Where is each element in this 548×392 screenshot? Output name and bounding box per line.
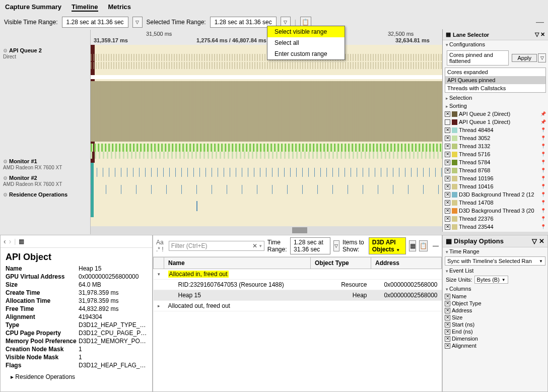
lane-item[interactable]: ✕Thread 10416📍 — [443, 182, 548, 190]
lane-item[interactable]: ✕Thread 10196📍 — [443, 174, 548, 182]
grid-icon: ▦ — [446, 237, 452, 245]
cfg-item[interactable]: Cores pinned and flattened — [447, 51, 508, 65]
section-columns[interactable]: Columns — [449, 286, 471, 292]
filter-mode[interactable]: Aa .* ! — [156, 239, 166, 253]
filter-input[interactable]: Filter (Ctrl+E)✕▾ — [169, 241, 264, 251]
detail-row: Size64.0 MB — [6, 281, 147, 289]
detail-expand-residence[interactable]: ▸ Residence Operations — [1, 372, 152, 381]
size-units-select[interactable]: Bytes (B) ▼ — [474, 276, 508, 284]
nav-back[interactable]: ‹ — [4, 237, 6, 245]
table-row[interactable]: ▸Allocated out, freed out — [154, 301, 442, 311]
column-toggle[interactable]: ✕Name — [443, 293, 547, 300]
detail-row: CPU Page PropertyD3D12_CPU_PAGE_PROP — [6, 329, 147, 337]
lane-list: ✕API Queue 2 (Direct)📌API Queue 1 (Direc… — [443, 110, 548, 232]
gear-icon[interactable]: ⚙ — [3, 159, 8, 164]
lane-item[interactable]: ✕Thread 23544📍 — [443, 223, 548, 231]
lane-item[interactable]: ✕D3D Background Thread 3 (20📍 — [443, 207, 548, 215]
column-toggle[interactable]: ✕Alignment — [443, 342, 547, 349]
detail-row: Memory Pool PreferenceD3D12_MEMORY_POOL_ — [6, 337, 147, 345]
column-toggle[interactable]: ✕Object Type — [443, 300, 547, 307]
lane-item[interactable]: ✕Thread 22376📍 — [443, 215, 548, 223]
col-type[interactable]: Object Type — [311, 257, 371, 269]
table-row[interactable]: Heap 15Heap0x00000002568000 — [154, 290, 442, 301]
detail-row: Allocation Time31,978.359 ms — [6, 297, 147, 305]
detail-grid-icon[interactable]: ▦ — [19, 238, 24, 245]
top-tabs: Capture Summary Timeline Metrics — [0, 0, 548, 15]
items-show-select[interactable]: D3D API Objects ▼ — [369, 237, 406, 254]
column-toggle[interactable]: ✕Size — [443, 314, 547, 321]
gear-icon[interactable]: ⚙ — [3, 48, 8, 53]
table-row[interactable]: ▾Allocated in, freed out — [154, 269, 442, 280]
column-toggle[interactable]: ✕Start (ns) — [443, 321, 547, 328]
visible-range-label: Visible Time Range: — [4, 19, 58, 26]
gear-icon[interactable]: ⚙ — [3, 175, 8, 181]
time-range-field[interactable]: 1.28 sec at 31.36 sec — [290, 237, 330, 254]
lane-item[interactable]: ✕Thread 3052📍 — [443, 134, 548, 142]
lane-item[interactable]: ✕Thread 3132📍 — [443, 142, 548, 150]
column-toggle[interactable]: ✕Address — [443, 307, 547, 314]
lane-item[interactable]: ✕Thread 14708📍 — [443, 199, 548, 207]
visible-range-field[interactable]: 1.28 sec at 31.36 sec — [62, 17, 128, 28]
lane-monitor-2[interactable]: ⚙Monitor #2 AMD Radeon RX 7600 XT — [0, 172, 90, 189]
apply-button[interactable]: Apply — [512, 54, 537, 62]
visible-range-dropdown[interactable]: ▽ — [132, 17, 143, 28]
col-address[interactable]: Address — [371, 257, 442, 269]
cfg-item[interactable]: Threads with Callstacks — [445, 84, 545, 92]
column-toggle[interactable]: ✕Dimension — [443, 335, 547, 342]
minimize-icon[interactable]: — — [433, 242, 439, 249]
display-options-panel: ▦Display Options▽ ✕ ▾Time Range Sync wit… — [442, 235, 548, 392]
lane-item[interactable]: ✕Thread 48484📍 — [443, 126, 548, 134]
detail-row: Creation Node Mask1 — [6, 345, 147, 353]
time-range-sync-select[interactable]: Sync with Timeline's Selected Ran▼ — [445, 256, 545, 266]
detail-title: API Object — [1, 248, 152, 265]
selected-range-field[interactable]: 1.28 sec at 31.36 sec — [210, 17, 277, 28]
lane-item[interactable]: ✕Thread 23676📍 — [443, 231, 548, 232]
cfg-item[interactable]: Cores expanded — [445, 68, 545, 76]
tab-capture[interactable]: Capture Summary — [5, 3, 61, 12]
section-sorting[interactable]: Sorting — [449, 103, 467, 109]
lane-item[interactable]: ✕Thread 8768📍 — [443, 166, 548, 174]
table-row[interactable]: RID:23291607647053 (Resource 1488)Resour… — [154, 280, 442, 290]
section-time-range[interactable]: Time Range — [449, 248, 480, 254]
clipboard-icon[interactable]: 📋 — [419, 240, 428, 251]
section-configurations[interactable]: Configurations — [449, 41, 485, 47]
lane-item[interactable]: ✕Thread 5716📍 — [443, 150, 548, 158]
lane-item[interactable]: ✕Thread 5784📍 — [443, 158, 548, 166]
gear-icon[interactable]: ⚙ — [3, 192, 8, 198]
tbl-icon[interactable]: ▦ — [409, 240, 416, 251]
grid-icon: ▦ — [446, 31, 451, 38]
lane-residence[interactable]: ⚙Residence Operations — [0, 189, 90, 200]
cfg-item[interactable]: API Queues pinned — [445, 76, 545, 84]
minimize-icon[interactable]: — — [536, 18, 544, 27]
detail-row: GPU Virtual Address0x0000000256800000 — [6, 273, 147, 281]
apply-dropdown[interactable]: ▽ — [538, 53, 546, 62]
col-name[interactable]: Name — [164, 257, 311, 269]
tab-timeline[interactable]: Timeline — [72, 3, 98, 12]
ruler-label: 31,359.17 ms — [94, 37, 128, 43]
ruler-label: 32,634.81 ms — [395, 37, 430, 43]
ruler-label: 1,275.64 ms / 46,807.84 ms — [196, 37, 266, 43]
detail-row: FlagsD3D12_HEAP_FLAG_NON — [6, 361, 147, 369]
section-event-list[interactable]: Event List — [449, 268, 473, 274]
bottom-panels: ‹ › | ▦ API Object NameHeap 15GPU Virtua… — [0, 235, 548, 392]
lane-subtitle: AMD Radeon RX 7600 XT — [3, 181, 87, 187]
lane-monitor-1[interactable]: ⚙Monitor #1 AMD Radeon RX 7600 XT — [0, 156, 90, 172]
menu-select-all[interactable]: Select all — [267, 37, 345, 48]
detail-grid: NameHeap 15GPU Virtual Address0x00000002… — [1, 265, 152, 372]
ruler-tick: 31,500 ms — [146, 31, 172, 37]
detail-row: Create Time31,978.359 ms — [6, 289, 147, 297]
time-range-dropdown[interactable]: ▽ — [333, 240, 339, 251]
tab-metrics[interactable]: Metrics — [108, 3, 131, 12]
selected-range-label: Selected Time Range: — [147, 19, 206, 26]
ruler-tick: 32,500 ms — [388, 31, 414, 37]
lane-item[interactable]: ✕D3D Background Thread 2 (12📍 — [443, 190, 548, 199]
menu-custom-range[interactable]: Enter custom range — [267, 48, 345, 59]
column-toggle[interactable]: ✕End (ns) — [443, 328, 547, 335]
lane-api-queue-2[interactable]: ⚙API Queue 2 Direct — [0, 45, 90, 75]
objects-table: Name Object Type Address ▾Allocated in, … — [153, 257, 442, 311]
menu-select-visible[interactable]: Select visible range — [267, 26, 345, 37]
lane-item[interactable]: API Queue 1 (Direct)📌 — [443, 118, 548, 126]
nav-fwd[interactable]: › — [9, 237, 12, 245]
lane-item[interactable]: ✕API Queue 2 (Direct)📌 — [443, 110, 548, 118]
section-selection[interactable]: Selection — [449, 95, 472, 101]
